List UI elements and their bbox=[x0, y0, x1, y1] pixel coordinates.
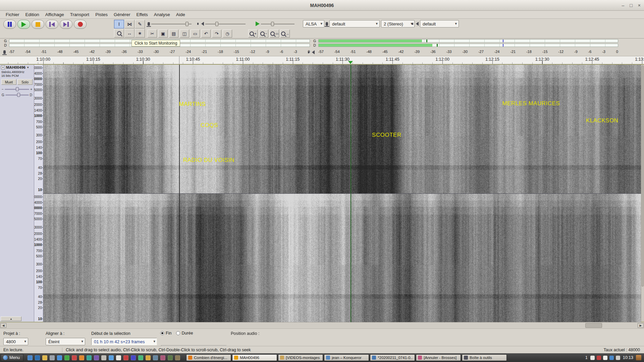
cut-button[interactable]: ✂ bbox=[148, 29, 157, 38]
taskbar-window-combien-d-nergi[interactable]: Combien d'énergi... bbox=[186, 354, 231, 361]
trim-button[interactable]: ◫ bbox=[180, 29, 189, 38]
launcher-icon[interactable] bbox=[168, 355, 173, 360]
launcher-icon[interactable] bbox=[116, 355, 121, 360]
taskbar-menu-button[interactable]: Menu bbox=[1, 354, 23, 361]
output-device-select[interactable]: default bbox=[420, 20, 459, 27]
panel-icon[interactable] bbox=[636, 355, 641, 360]
launcher-icon[interactable] bbox=[42, 355, 47, 360]
vertical-scrollbar[interactable] bbox=[641, 65, 644, 322]
mute-button[interactable]: Muet bbox=[1, 79, 16, 85]
solo-button[interactable]: Solo bbox=[17, 79, 33, 85]
tray-icon[interactable] bbox=[597, 356, 601, 360]
menu-pistes[interactable]: Pistes bbox=[92, 11, 111, 18]
play-speed-slider[interactable] bbox=[261, 21, 294, 27]
notification-badge[interactable]: 1 bbox=[585, 355, 588, 360]
close-icon[interactable]: × bbox=[638, 3, 641, 8]
menu-affichage[interactable]: Affichage bbox=[42, 11, 67, 18]
tray-icon[interactable] bbox=[609, 356, 614, 360]
zoom-selection-button[interactable]: ▭ bbox=[270, 29, 279, 38]
launcher-icon[interactable] bbox=[72, 355, 77, 360]
tray-icon[interactable] bbox=[616, 356, 620, 360]
launcher-icon[interactable] bbox=[87, 355, 92, 360]
draw-tool-button[interactable]: ✎ bbox=[135, 20, 145, 28]
zoom-tool-button[interactable] bbox=[114, 29, 124, 38]
timeshift-tool-button[interactable]: ↔ bbox=[124, 29, 135, 38]
track-name[interactable]: MAH00496 bbox=[6, 65, 25, 69]
transport-skip-start-button[interactable] bbox=[46, 20, 58, 29]
radio-end-icon[interactable] bbox=[160, 331, 164, 335]
copy-button[interactable]: ▣ bbox=[158, 29, 168, 38]
spectrogram-right-channel[interactable] bbox=[43, 194, 641, 322]
menu-analyse[interactable]: Analyse bbox=[151, 11, 173, 18]
zoom-in-button[interactable]: + bbox=[248, 29, 258, 38]
playback-volume-slider[interactable] bbox=[205, 21, 246, 27]
track-collapse-button[interactable]: ▲ bbox=[1, 316, 21, 321]
taskbar-window-jean-konqueror[interactable]: jean – Konqueror bbox=[324, 354, 369, 361]
tray-icon[interactable] bbox=[590, 356, 595, 360]
multi-tool-button[interactable]: ∗ bbox=[135, 29, 145, 38]
taskbar-window-20200211-0741-0[interactable]: *20200211_0741-0... bbox=[370, 354, 415, 361]
taskbar-window-videos-montages[interactable]: [VIDEOS-montages ... bbox=[278, 354, 323, 361]
horizontal-scrollbar[interactable]: ◀ ▶ bbox=[0, 322, 644, 328]
snap-select[interactable]: Éteint bbox=[46, 338, 85, 345]
redo-button[interactable]: ↷ bbox=[212, 29, 221, 38]
selection-tool-button[interactable]: I bbox=[114, 20, 124, 28]
launcher-icon[interactable] bbox=[109, 355, 114, 360]
launcher-icon[interactable] bbox=[175, 355, 180, 360]
transport-stop-button[interactable] bbox=[32, 20, 44, 29]
radio-end-option[interactable]: Fin bbox=[160, 331, 171, 336]
taskbar-window-mah00496[interactable]: MAH00496 bbox=[232, 354, 277, 361]
silence-button[interactable]: ▭ bbox=[191, 29, 200, 38]
launcher-icon[interactable] bbox=[57, 355, 62, 360]
menu-g-n-rer[interactable]: Générer bbox=[111, 11, 133, 18]
launcher-icon[interactable] bbox=[79, 355, 84, 360]
host-select[interactable]: ALSA bbox=[303, 20, 324, 27]
launcher-icon[interactable] bbox=[28, 355, 33, 360]
play-at-speed-icon[interactable] bbox=[256, 21, 260, 26]
transport-pause-button[interactable] bbox=[3, 20, 16, 29]
title-bar[interactable]: MAH00496 – □ × bbox=[0, 0, 644, 11]
launcher-icon[interactable] bbox=[64, 355, 69, 360]
radio-duration-option[interactable]: Durée bbox=[176, 331, 193, 336]
zoom-fit-button[interactable]: ↔ bbox=[280, 29, 290, 38]
envelope-tool-button[interactable]: ⋈ bbox=[124, 20, 135, 28]
radio-duration-icon[interactable] bbox=[176, 331, 180, 335]
menu-edition[interactable]: Edition bbox=[22, 11, 42, 18]
playback-meter[interactable] bbox=[318, 39, 618, 47]
menu-aide[interactable]: Aide bbox=[173, 11, 188, 18]
zoom-out-button[interactable]: − bbox=[259, 29, 268, 38]
transport-skip-end-button[interactable] bbox=[60, 20, 72, 29]
menu-effets[interactable]: Effets bbox=[133, 11, 151, 18]
transport-record-button[interactable] bbox=[74, 20, 87, 29]
launcher-icon[interactable] bbox=[153, 355, 158, 360]
clock[interactable]: 10:13 bbox=[623, 355, 633, 360]
maximize-icon[interactable]: □ bbox=[630, 3, 632, 8]
taskbar-window-annuler-brosses[interactable]: [Annuler - Brosses] bbox=[416, 354, 461, 361]
undo-button[interactable]: ↶ bbox=[201, 29, 211, 38]
track-menu-icon[interactable]: ▼ bbox=[26, 66, 29, 69]
timeline-ruler[interactable]: 1:10:001:10:151:10:301:10:451:11:001:11:… bbox=[0, 56, 644, 64]
launcher-icon[interactable] bbox=[123, 355, 128, 360]
transport-play-button[interactable] bbox=[17, 20, 30, 29]
playhead-icon[interactable] bbox=[348, 61, 353, 64]
channels-select[interactable]: 2 (Stereo) bbox=[381, 20, 415, 27]
selection-start-field[interactable]: 01 h 10 m 42 s+23 frames bbox=[91, 338, 157, 345]
launcher-icon[interactable] bbox=[35, 355, 40, 360]
launcher-icon[interactable] bbox=[101, 355, 106, 360]
project-rate-select[interactable]: 4800 bbox=[3, 338, 28, 345]
menu-fichier[interactable]: Fichier bbox=[3, 11, 22, 18]
tray-icon[interactable] bbox=[603, 356, 607, 360]
launcher-icon[interactable] bbox=[146, 355, 151, 360]
track-close-icon[interactable]: × bbox=[1, 65, 5, 69]
horizontal-scroll-thumb[interactable] bbox=[585, 323, 602, 328]
taskbar-window-bo-te-outils[interactable]: Boîte à outils bbox=[462, 354, 507, 361]
launcher-icon[interactable] bbox=[138, 355, 143, 360]
paste-button[interactable]: ▤ bbox=[169, 29, 178, 38]
recording-volume-slider[interactable] bbox=[151, 21, 192, 27]
pan-slider[interactable] bbox=[5, 95, 29, 96]
launcher-icon[interactable] bbox=[160, 355, 165, 360]
launcher-icon[interactable] bbox=[50, 355, 55, 360]
launcher-icon[interactable] bbox=[94, 355, 99, 360]
gain-slider[interactable] bbox=[5, 89, 29, 90]
sync-lock-button[interactable]: ◷ bbox=[223, 29, 232, 38]
